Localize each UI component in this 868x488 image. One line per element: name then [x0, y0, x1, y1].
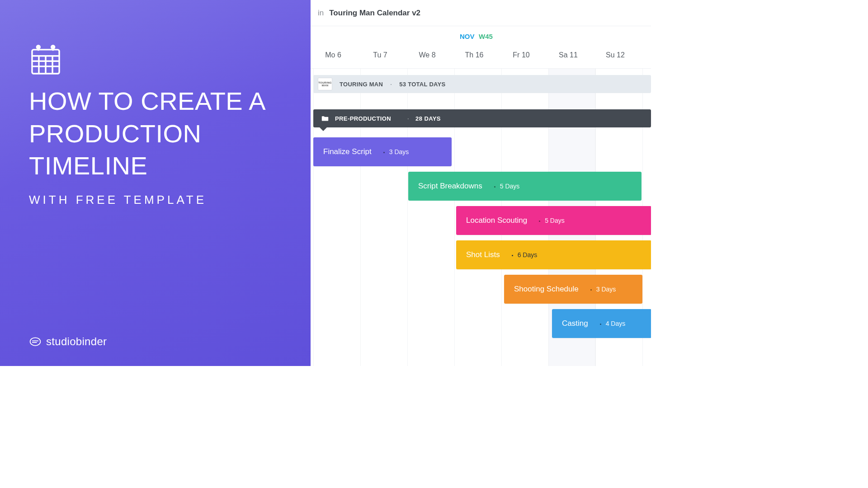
task-bar[interactable]: Shooting Schedule3 Days — [504, 275, 642, 304]
task-bar[interactable]: Location Scouting5 Days — [456, 206, 651, 235]
breadcrumb: in Touring Man Calendar v2 — [311, 0, 651, 26]
day-header: Fr 10 — [508, 51, 535, 59]
day-header: Su 12 — [602, 51, 629, 59]
task-label: Location Scouting — [466, 216, 527, 225]
brand-logo: studiobinder — [29, 335, 107, 348]
calendar-icon — [29, 43, 62, 77]
task-duration: 5 Days — [539, 217, 565, 224]
project-thumbnail: TOURING MAN — [318, 78, 332, 90]
day-header: Th 16 — [461, 51, 488, 59]
brand-text: studiobinder — [46, 335, 107, 348]
task-label: Shot Lists — [466, 250, 500, 259]
task-bar[interactable]: Finalize Script3 Days — [313, 137, 452, 166]
phase-days: 28 DAYS — [415, 115, 441, 122]
phase-name: PRE-PRODUCTION — [335, 115, 391, 122]
day-header: We 8 — [414, 51, 441, 59]
gantt-grid[interactable]: TOURING MAN TOURING MAN · 53 TOTAL DAYS … — [311, 69, 651, 366]
hero-title: HOW TO CREATE A PRODUCTION TIMELINE — [29, 85, 282, 182]
month-label: NOV — [460, 33, 475, 40]
svg-point-11 — [30, 338, 41, 346]
folder-icon — [321, 115, 329, 122]
task-duration: 5 Days — [494, 183, 520, 190]
day-header: Mo 6 — [320, 51, 347, 59]
week-label: W45 — [479, 33, 493, 40]
task-duration: 3 Days — [590, 286, 616, 293]
project-name: TOURING MAN — [340, 81, 383, 88]
project-total-days: 53 TOTAL DAYS — [399, 81, 445, 88]
calendar-panel: in Touring Man Calendar v2 NOV W45 Mo 6T… — [311, 0, 651, 366]
task-label: Shooting Schedule — [514, 285, 579, 294]
task-label: Finalize Script — [323, 147, 372, 156]
day-header: Sa 11 — [555, 51, 582, 59]
task-bar[interactable]: Casting4 Days — [552, 309, 651, 338]
hero-subtitle: WITH FREE TEMPLATE — [29, 193, 282, 207]
task-bar[interactable]: Script Breakdowns5 Days — [408, 172, 642, 201]
timeline-header: NOV W45 Mo 6Tu 7We 8Th 16Fr 10Sa 11Su 12… — [311, 26, 651, 69]
phase-bar[interactable]: PRE-PRODUCTION · 28 DAYS — [313, 109, 651, 127]
task-label: Casting — [562, 319, 588, 328]
task-bar[interactable]: Shot Lists6 Days — [456, 240, 651, 269]
day-header: Tu 7 — [367, 51, 394, 59]
project-summary-bar[interactable]: TOURING MAN TOURING MAN · 53 TOTAL DAYS — [313, 75, 651, 93]
task-duration: 4 Days — [600, 320, 626, 327]
breadcrumb-context: in — [318, 9, 324, 18]
task-label: Script Breakdowns — [418, 182, 482, 191]
brand-icon — [29, 335, 42, 348]
hero-panel: HOW TO CREATE A PRODUCTION TIMELINE WITH… — [0, 0, 311, 366]
breadcrumb-title[interactable]: Touring Man Calendar v2 — [329, 9, 420, 18]
task-duration: 3 Days — [383, 148, 409, 155]
task-duration: 6 Days — [512, 251, 538, 258]
day-header: M — [649, 51, 651, 59]
